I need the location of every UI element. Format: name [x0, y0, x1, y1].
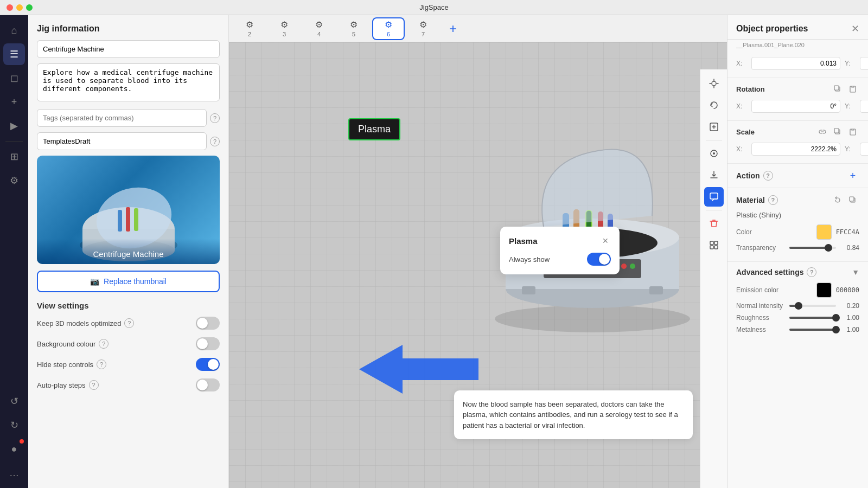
emission-swatch[interactable] [816, 282, 832, 298]
pos-y-input[interactable] [860, 57, 868, 70]
sidebar-item-home[interactable]: ⌂ [3, 20, 25, 41]
add-action-btn[interactable]: + [846, 169, 859, 182]
transparency-slider[interactable] [789, 247, 836, 249]
roughness-thumb[interactable] [832, 314, 840, 322]
app-title: JigSpace [419, 3, 448, 11]
sidebar-item-redo[interactable]: ↻ [3, 414, 25, 436]
background-help-icon[interactable]: ? [99, 339, 108, 349]
scale-y-label: Y: [845, 145, 856, 153]
jig-description-input[interactable]: Explore how a medical centrifuge machine… [37, 63, 220, 101]
template-input[interactable] [37, 132, 207, 150]
roughness-label: Roughness [736, 314, 785, 322]
transparency-label: Transparency [736, 244, 785, 252]
roughness-slider[interactable] [789, 317, 836, 319]
metalness-value: 1.00 [840, 326, 859, 333]
material-help-icon[interactable]: ? [768, 195, 778, 205]
step-4-icon: ⚙ [315, 20, 323, 30]
left-panel: Jig information Explore how a medical ce… [28, 15, 229, 488]
comment-tool-btn[interactable] [704, 187, 724, 207]
material-copy-icon [849, 196, 857, 204]
sidebar-item-steps[interactable]: ☰ [3, 43, 25, 65]
step-tab-7[interactable]: ⚙ 7 [407, 17, 439, 40]
optimize-toggle[interactable] [196, 317, 220, 330]
sidebar-item-record[interactable]: ● [3, 438, 25, 460]
sidebar-item-more[interactable]: … [3, 462, 25, 484]
rotation-copy-btn[interactable] [831, 82, 844, 95]
step-tab-2[interactable]: ⚙ 2 [233, 17, 266, 40]
material-copy-btn[interactable] [846, 194, 859, 207]
sidebar-item-face[interactable]: ⚙ [3, 170, 25, 191]
always-show-toggle[interactable] [587, 253, 611, 266]
advanced-help-icon[interactable]: ? [807, 267, 816, 277]
step-tab-6[interactable]: ⚙ 6 [372, 17, 405, 40]
tags-input[interactable] [37, 109, 207, 127]
rotation-paste-btn[interactable] [846, 82, 859, 95]
replace-thumbnail-button[interactable]: 📷 Replace thumbnail [37, 271, 220, 292]
tags-help-icon[interactable]: ? [210, 113, 220, 123]
material-reset-btn[interactable] [831, 194, 844, 207]
plasma-popup-close-btn[interactable]: ✕ [600, 235, 611, 246]
normal-row: Normal intensity 0.20 [736, 302, 859, 310]
material-reset-icon [834, 196, 841, 204]
dotgrid-icon [709, 240, 719, 251]
machine-3d-object[interactable] [457, 107, 727, 337]
normal-thumb[interactable] [795, 302, 802, 310]
jig-name-input[interactable] [37, 40, 220, 58]
plasma-scene-label[interactable]: Plasma [348, 118, 400, 140]
metalness-thumb[interactable] [832, 326, 840, 333]
rot-x-input[interactable] [751, 100, 840, 113]
rotate-icon [709, 100, 719, 111]
add-step-button[interactable]: + [442, 17, 464, 40]
advanced-header[interactable]: Advanced settings ? ▼ [736, 267, 859, 277]
scale-link-btn[interactable] [816, 125, 829, 138]
sidebar-item-play[interactable]: ▶ [3, 115, 25, 137]
pos-x-input[interactable] [751, 57, 840, 70]
step-tab-4[interactable]: ⚙ 4 [303, 17, 335, 40]
download-tool-btn[interactable] [704, 165, 724, 185]
canvas-viewport[interactable]: Plasma [229, 42, 727, 488]
action-help-icon[interactable]: ? [763, 171, 773, 181]
close-panel-btn[interactable]: ✕ [851, 23, 859, 35]
template-help-icon[interactable]: ? [210, 137, 220, 146]
delete-tool-btn[interactable] [704, 214, 724, 233]
autoplay-help-icon[interactable]: ? [89, 380, 99, 390]
window-controls[interactable] [7, 4, 33, 11]
scale-title: Scale [736, 125, 859, 138]
thumbnail-label: Centrifuge Machine [37, 239, 220, 264]
scale-paste-btn[interactable] [846, 125, 859, 138]
x-label: X: [736, 60, 747, 67]
focus-tool-btn[interactable] [704, 144, 724, 163]
sidebar-item-save[interactable]: ◻ [3, 67, 25, 89]
minimize-window-btn[interactable] [16, 4, 23, 11]
rotate-tool-btn[interactable] [704, 95, 724, 115]
normal-slider[interactable] [789, 305, 836, 307]
optimize-help-icon[interactable]: ? [124, 318, 134, 328]
scale-y-input[interactable] [860, 143, 868, 156]
svg-rect-30 [710, 193, 718, 199]
plasma-popup: Plasma ✕ Always show [500, 227, 620, 274]
transparency-thumb[interactable] [825, 244, 832, 252]
maximize-window-btn[interactable] [26, 4, 33, 11]
transform-tool-btn[interactable] [704, 74, 724, 93]
metalness-slider[interactable] [789, 329, 836, 331]
scale-copy-btn[interactable] [831, 125, 844, 138]
hide-controls-toggle[interactable] [196, 358, 220, 371]
hide-controls-help-icon[interactable]: ? [97, 359, 106, 369]
background-toggle[interactable] [196, 337, 220, 350]
more-settings-btn[interactable] [704, 235, 724, 255]
scale-section: Scale [727, 121, 868, 164]
step-tab-5[interactable]: ⚙ 5 [337, 17, 370, 40]
toolbar-sep-2 [706, 210, 722, 210]
sidebar-item-undo[interactable]: ↺ [3, 390, 25, 412]
keyframe-tool-btn[interactable] [704, 117, 724, 137]
autoplay-toggle[interactable] [196, 378, 220, 391]
step-tab-3[interactable]: ⚙ 3 [268, 17, 301, 40]
scale-x-input[interactable] [751, 143, 840, 156]
rot-y-input[interactable] [860, 100, 868, 113]
rotation-title: Rotation [736, 82, 859, 95]
focus-icon [709, 148, 719, 159]
sidebar-item-grid[interactable]: ⊞ [3, 146, 25, 168]
color-swatch[interactable] [816, 224, 832, 240]
sidebar-item-add[interactable]: + [3, 91, 25, 113]
close-window-btn[interactable] [7, 4, 13, 11]
